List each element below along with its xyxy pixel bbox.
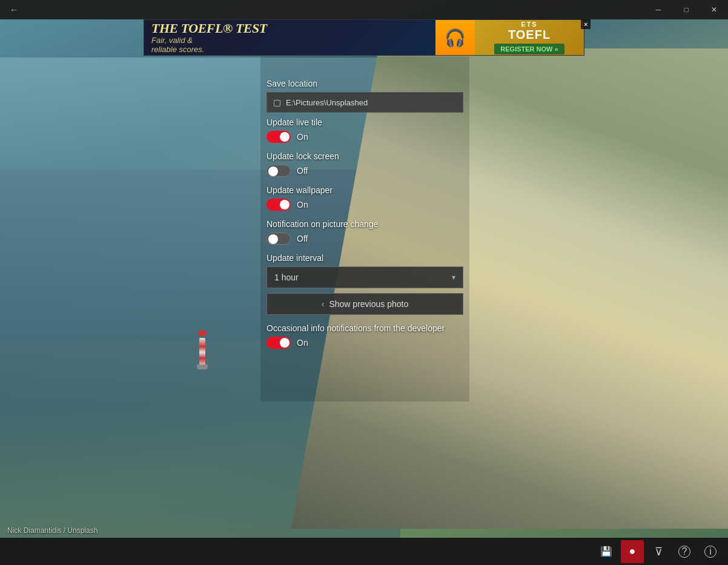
toggle-thumb — [280, 338, 290, 348]
update-lock-screen-label: Update lock screen — [266, 151, 463, 161]
toggle-thumb — [268, 167, 278, 176]
ad-register-button[interactable]: REGISTER NOW » — [494, 44, 564, 55]
active-toolbar-button[interactable]: ● — [621, 540, 644, 563]
help-icon: ? — [678, 546, 690, 558]
update-live-tile-status: On — [297, 132, 308, 142]
close-button[interactable]: ✕ — [700, 0, 728, 19]
filter-toolbar-button[interactable]: ⊽ — [647, 540, 670, 563]
lighthouse — [197, 331, 208, 367]
save-location-label: Save location — [266, 79, 463, 88]
help-toolbar-button[interactable]: ? — [673, 540, 696, 563]
maximize-button[interactable]: □ — [672, 0, 700, 19]
folder-icon: ▢ — [273, 97, 281, 107]
filter-icon: ⊽ — [655, 545, 663, 558]
update-interval-dropdown[interactable]: 1 hour ▾ — [266, 266, 463, 288]
titlebar: ← ─ □ ✕ — [0, 0, 728, 19]
update-wallpaper-label: Update wallpaper — [266, 185, 463, 195]
update-live-tile-row: Update live tile On — [266, 117, 463, 143]
save-icon: 💾 — [600, 546, 612, 557]
photo-credit: Nick Diamantidis / Unsplash — [7, 526, 98, 535]
minimize-button[interactable]: ─ — [644, 0, 672, 19]
save-location-input[interactable]: ▢ E:\Pictures\Unsplashed — [266, 92, 463, 113]
mascot-emoji: 🎧 — [445, 28, 466, 48]
notification-row: Notification on picture change Off — [266, 219, 463, 245]
bottom-toolbar: 💾 ● ⊽ ? i — [0, 538, 728, 565]
occasional-notif-status: On — [297, 338, 308, 348]
update-interval-value: 1 hour — [274, 273, 299, 282]
toggle-thumb — [280, 200, 290, 210]
notification-status: Off — [297, 234, 308, 243]
active-icon: ● — [629, 545, 636, 558]
update-live-tile-toggle[interactable] — [266, 131, 291, 143]
update-live-tile-toggle-row: On — [266, 131, 463, 143]
back-button[interactable]: ← — [0, 0, 28, 19]
occasional-notif-row: Occasional info notifications from the d… — [266, 323, 463, 349]
toggle-thumb — [280, 132, 290, 142]
occasional-notif-toggle-row: On — [266, 337, 463, 349]
update-interval-row: Update interval 1 hour ▾ — [266, 253, 463, 288]
occasional-notif-label: Occasional info notifications from the d… — [266, 323, 463, 333]
update-wallpaper-toggle-row: On — [266, 199, 463, 211]
save-path-text: E:\Pictures\Unsplashed — [286, 98, 457, 107]
previous-photo-icon: ‹ — [322, 299, 325, 309]
update-wallpaper-status: On — [297, 200, 308, 210]
photo-credit-text: Nick Diamantidis / Unsplash — [7, 526, 98, 535]
ad-headline: THE TOEFL® TEST — [151, 21, 428, 36]
notification-toggle[interactable] — [266, 233, 291, 245]
update-lock-screen-status: Off — [297, 166, 308, 176]
notification-toggle-row: Off — [266, 233, 463, 245]
save-toolbar-button[interactable]: 💾 — [595, 540, 618, 563]
toggle-thumb — [268, 234, 278, 244]
ad-brand-name: TOEFL — [508, 28, 551, 42]
show-previous-photo-label: Show previous photo — [329, 299, 408, 309]
ad-close-button[interactable]: ✕ — [581, 19, 591, 29]
update-wallpaper-row: Update wallpaper On — [266, 185, 463, 211]
update-live-tile-label: Update live tile — [266, 117, 463, 127]
ad-banner[interactable]: THE TOEFL® TEST Fair, valid &reliable sc… — [144, 19, 584, 56]
show-previous-photo-button[interactable]: ‹ Show previous photo — [266, 293, 463, 315]
update-lock-screen-toggle-row: Off — [266, 165, 463, 177]
ad-ets-logo: ETS — [521, 21, 537, 28]
ad-subtext: Fair, valid &reliable scores. — [151, 36, 428, 54]
update-wallpaper-toggle[interactable] — [266, 199, 291, 211]
settings-panel: Save location ▢ E:\Pictures\Unsplashed U… — [266, 79, 463, 357]
occasional-notif-toggle[interactable] — [266, 337, 291, 349]
update-lock-screen-row: Update lock screen Off — [266, 151, 463, 177]
info-toolbar-button[interactable]: i — [699, 540, 722, 563]
ad-text-area: THE TOEFL® TEST Fair, valid &reliable sc… — [144, 19, 435, 56]
ad-mascot: 🎧 — [435, 20, 475, 55]
info-icon: i — [704, 546, 716, 558]
dropdown-arrow-icon: ▾ — [452, 273, 455, 282]
update-interval-label: Update interval — [266, 253, 463, 263]
window-controls: ─ □ ✕ — [644, 0, 728, 19]
save-location-row: Save location ▢ E:\Pictures\Unsplashed — [266, 79, 463, 113]
notification-label: Notification on picture change — [266, 219, 463, 229]
update-lock-screen-toggle[interactable] — [266, 165, 291, 177]
ad-right-panel: ETS TOEFL REGISTER NOW » — [475, 20, 584, 55]
